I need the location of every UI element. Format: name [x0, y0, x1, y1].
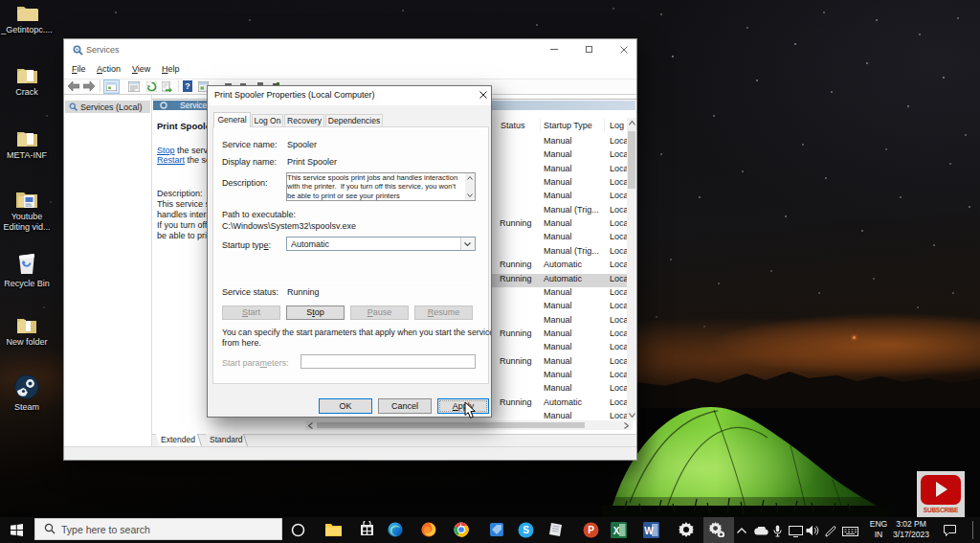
svg-text:X: X [613, 526, 620, 536]
svg-text:P: P [588, 525, 594, 535]
svg-text:W: W [644, 526, 654, 536]
svg-text:S: S [523, 525, 529, 535]
